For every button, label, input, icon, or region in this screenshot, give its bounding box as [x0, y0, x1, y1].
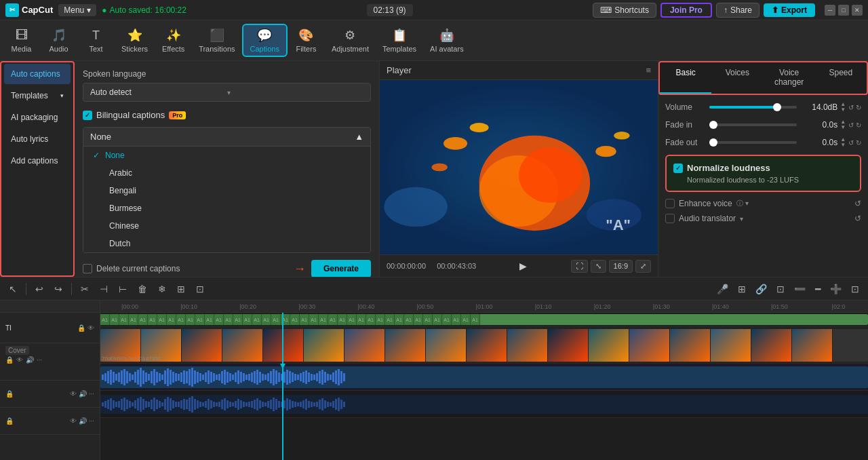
- video-volume-icon[interactable]: 🔊: [26, 356, 34, 364]
- tab-voices[interactable]: Voices: [711, 62, 763, 94]
- enhance-reset-icon[interactable]: ↺: [854, 199, 861, 208]
- close-button[interactable]: ✕: [852, 5, 863, 16]
- video-more-icon[interactable]: ···: [37, 356, 42, 364]
- tl-mic[interactable]: 🎤: [713, 282, 732, 296]
- share-button[interactable]: ↑ Share: [716, 3, 760, 18]
- tool-adjustment[interactable]: ⚙ Adjustment: [325, 25, 376, 56]
- fade-in-slider-track[interactable]: [709, 123, 797, 126]
- volume-reset[interactable]: ↺ ↻: [848, 104, 861, 111]
- caption-visibility-icon[interactable]: 👁: [87, 324, 94, 332]
- tool-templates[interactable]: 📋 Templates: [376, 25, 423, 56]
- audio-1-volume[interactable]: 🔊: [79, 390, 87, 398]
- tool-transitions[interactable]: ⬛ Transitions: [192, 25, 241, 56]
- fullscreen-button[interactable]: ⛶: [571, 260, 588, 273]
- menu-button[interactable]: Menu ▾: [58, 4, 96, 16]
- export-button[interactable]: ⬆ Export: [764, 3, 815, 17]
- sidebar-item-templates[interactable]: Templates ▾: [4, 85, 71, 106]
- tl-zoom-in[interactable]: ➕: [827, 282, 845, 296]
- volume-down-arrow[interactable]: ▼: [840, 107, 846, 113]
- normalize-checkbox[interactable]: ✓: [673, 164, 683, 173]
- bilingual-checkbox[interactable]: ✓: [83, 111, 92, 120]
- tool-filters[interactable]: 🎨 Filters: [288, 25, 325, 56]
- audio-translator-dropdown[interactable]: ▾: [740, 215, 743, 223]
- tl-link[interactable]: 🔗: [752, 282, 770, 296]
- play-pause-button[interactable]: ▶: [515, 259, 531, 273]
- lang-item-arabic[interactable]: Arabic: [83, 164, 370, 182]
- tab-voice-changer[interactable]: Voice changer: [764, 62, 815, 94]
- export-label: Export: [781, 5, 807, 15]
- sidebar-item-add-captions[interactable]: Add captions: [4, 151, 71, 171]
- volume-value: 14.0dB: [797, 102, 837, 112]
- tl-split[interactable]: ✂: [77, 282, 92, 296]
- tool-stickers[interactable]: ⭐ Stickers: [115, 25, 155, 56]
- tool-effects[interactable]: ✨ Effects: [155, 25, 192, 56]
- ratio-button[interactable]: 16:9: [609, 260, 633, 273]
- audio-translator-checkbox[interactable]: [665, 214, 675, 223]
- tab-basic[interactable]: Basic: [660, 62, 711, 94]
- generate-button[interactable]: Generate: [311, 260, 371, 277]
- lang-item-burmese[interactable]: Burmese: [83, 199, 370, 217]
- tl-undo[interactable]: ↩: [32, 282, 47, 296]
- captions-settings-panel: Spoken language Auto detect ▾ ✓ Bilingua…: [75, 61, 380, 277]
- tl-trim-left[interactable]: ⊣: [96, 282, 111, 296]
- fit-button[interactable]: ⤡: [591, 260, 606, 273]
- tl-redo[interactable]: ↪: [51, 282, 66, 296]
- player-menu-icon[interactable]: ≡: [646, 65, 651, 75]
- tl-trim-right[interactable]: ⊢: [115, 282, 130, 296]
- sidebar-item-auto-lyrics[interactable]: Auto lyrics: [4, 129, 71, 149]
- audio-waveform-1[interactable]: const wv1 = document.querySelector('[dat…: [100, 366, 868, 388]
- audio-2-volume[interactable]: 🔊: [79, 417, 87, 425]
- expand-button[interactable]: ⤢: [635, 260, 651, 273]
- fade-in-down[interactable]: ▼: [840, 125, 846, 130]
- timeline-tracks: |00:00 |00:10 |00:20 |00:30 |00:40 |00:5…: [100, 301, 868, 460]
- tl-snap[interactable]: ⊞: [734, 282, 749, 296]
- tl-align[interactable]: ⊞: [174, 282, 189, 296]
- tl-fit-timeline[interactable]: ⊡: [848, 282, 863, 296]
- tool-media[interactable]: 🎞 Media: [3, 26, 40, 56]
- fade-in-reset[interactable]: ↺ ↻: [848, 121, 861, 129]
- tl-group[interactable]: ⊡: [773, 282, 788, 296]
- sidebar-item-ai-packaging[interactable]: AI packaging: [4, 107, 71, 128]
- language-dropdown-header[interactable]: None ▲: [83, 128, 370, 147]
- tl-delete[interactable]: 🗑: [134, 282, 151, 296]
- enhance-voice-checkbox[interactable]: [665, 199, 675, 208]
- caption-cells[interactable]: const captionContainer = document.queryS…: [100, 314, 868, 325]
- tool-transitions-label: Transitions: [199, 45, 235, 53]
- lang-item-dutch[interactable]: Dutch: [83, 235, 370, 252]
- lang-item-chinese[interactable]: Chinese: [83, 217, 370, 235]
- sidebar-item-auto-captions[interactable]: Auto captions: [4, 64, 71, 84]
- fade-out-reset[interactable]: ↺ ↻: [848, 139, 861, 147]
- normalize-row: ✓ Normalize loudness: [673, 163, 853, 173]
- lang-item-bengali[interactable]: Bengali: [83, 182, 370, 199]
- volume-slider-track[interactable]: [709, 106, 797, 109]
- video-strip[interactable]: const videoStrip = document.querySelecto…: [100, 329, 868, 362]
- video-visibility-icon[interactable]: 👁: [16, 356, 23, 364]
- tab-speed[interactable]: Speed: [815, 62, 867, 94]
- tool-ai-avatars[interactable]: 🤖 AI avatars: [423, 25, 471, 56]
- caption-lock-icon[interactable]: 🔒: [77, 324, 85, 332]
- fade-out-down[interactable]: ▼: [840, 142, 846, 148]
- fade-out-slider-track[interactable]: [709, 141, 797, 144]
- tl-freeze[interactable]: ❄: [155, 282, 170, 296]
- tl-zoom-out[interactable]: ➖: [791, 282, 809, 296]
- tool-text[interactable]: T Text: [77, 26, 115, 56]
- audio-1-visibility[interactable]: 👁: [70, 390, 77, 398]
- audio-translator-reset-icon[interactable]: ↺: [854, 214, 861, 223]
- tool-captions[interactable]: 💬 Captions: [242, 24, 288, 57]
- spoken-language-dropdown[interactable]: Auto detect ▾: [83, 83, 371, 102]
- tl-more[interactable]: ⊡: [193, 282, 208, 296]
- audio-waveform-2[interactable]: const wv2 = document.querySelector('[dat…: [100, 395, 868, 414]
- tl-select-tool[interactable]: ↖: [5, 282, 20, 296]
- restore-button[interactable]: □: [838, 5, 849, 16]
- shortcuts-button[interactable]: ⌨ Shortcuts: [593, 3, 656, 18]
- join-pro-button[interactable]: Join Pro: [660, 3, 712, 18]
- delete-checkbox[interactable]: [83, 264, 92, 273]
- tl-zoom-slider[interactable]: ━: [812, 282, 824, 296]
- enhance-info-icon[interactable]: ⓘ ▾: [736, 199, 749, 208]
- lang-item-none[interactable]: ✓ None: [83, 147, 370, 164]
- audio-1-more[interactable]: ···: [89, 390, 94, 398]
- audio-2-more[interactable]: ···: [89, 417, 94, 425]
- audio-2-visibility[interactable]: 👁: [70, 417, 77, 425]
- minimize-button[interactable]: ─: [825, 5, 835, 16]
- tool-audio[interactable]: 🎵 Audio: [40, 25, 77, 56]
